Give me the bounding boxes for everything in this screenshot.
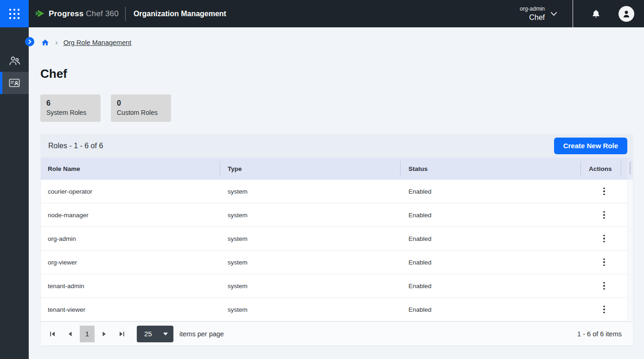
table-title: Roles - 1 - 6 of 6 (48, 142, 103, 150)
org-switcher[interactable]: org-admin Chef (520, 5, 557, 23)
sidebar-expand-button[interactable] (25, 37, 34, 46)
role-type-cell: system (220, 274, 401, 297)
sidebar-item-users[interactable] (0, 50, 29, 72)
users-icon (8, 55, 21, 66)
role-status-cell: Enabled (401, 251, 581, 274)
kebab-icon (603, 282, 605, 284)
app-root: { "header": { "brand_primary": "Progress… (0, 0, 644, 359)
custom-roles-label: Custom Roles (117, 108, 165, 117)
home-icon[interactable] (41, 38, 50, 47)
previous-page-button[interactable] (64, 328, 76, 340)
next-page-button[interactable] (99, 328, 110, 340)
first-page-button[interactable] (47, 328, 58, 340)
role-name-cell: org-viewer (41, 251, 220, 274)
last-page-button[interactable] (116, 328, 128, 340)
topbar-divider (125, 7, 126, 21)
breadcrumb-link[interactable]: Org Role Management (64, 39, 132, 46)
table-row: courier-operator system Enabled (41, 180, 627, 203)
table-row: node-manager system Enabled (41, 203, 627, 227)
role-name-cell: tenant-viewer (41, 298, 220, 321)
role-type-cell: system (220, 251, 401, 274)
row-actions-kebab-button[interactable] (598, 208, 611, 221)
role-name-cell: courier-operator (41, 180, 220, 203)
previous-page-icon (67, 331, 73, 337)
bell-icon (591, 8, 601, 19)
column-header-role-name: Role Name (41, 157, 220, 180)
brand-primary: Progress (49, 9, 83, 19)
row-actions-kebab-button[interactable] (598, 303, 611, 316)
items-per-page-label: items per page (179, 330, 224, 338)
role-name-cell: org-admin (41, 227, 220, 250)
main-content: › Org Role Management Chef 6 System Role… (29, 27, 644, 359)
top-bar: Progress Chef 360 Organization Managemen… (0, 0, 644, 27)
first-page-icon (49, 331, 56, 337)
progress-logo-icon (35, 8, 45, 19)
org-name-label: Chef (529, 13, 545, 23)
next-page-icon (101, 331, 108, 337)
system-roles-count: 6 (46, 99, 95, 108)
role-status-cell: Enabled (401, 227, 581, 250)
page-range-label: 1 - 6 of 6 items (577, 330, 622, 338)
role-status-cell: Enabled (401, 203, 581, 227)
column-header-actions: Actions (581, 157, 621, 180)
breadcrumb-separator-icon: › (55, 38, 58, 47)
table-title-bar: Roles - 1 - 6 of 6 Create New Role (41, 134, 633, 157)
table-body: courier-operator system Enabled node-man… (41, 180, 627, 321)
table-row: tenant-admin system Enabled (41, 274, 627, 298)
stats-row: 6 System Roles 0 Custom Roles (40, 94, 171, 122)
app-launcher-button[interactable] (0, 0, 29, 27)
waffle-icon (9, 9, 19, 19)
last-page-icon (119, 331, 125, 337)
chevron-down-icon (550, 12, 557, 16)
page-number-button[interactable]: 1 (80, 326, 95, 342)
row-actions-kebab-button[interactable] (598, 232, 611, 245)
custom-roles-count: 0 (117, 99, 165, 108)
custom-roles-card: 0 Custom Roles (111, 94, 171, 122)
scrollbar-thumb[interactable] (629, 162, 631, 175)
role-type-cell: system (220, 180, 401, 203)
roles-table-card: Roles - 1 - 6 of 6 Create New Role Role … (41, 134, 633, 346)
app-title: Organization Management (134, 10, 226, 18)
table-row: org-viewer system Enabled (41, 251, 627, 274)
kebab-icon (603, 306, 605, 308)
role-badge-icon (8, 77, 20, 88)
row-actions-kebab-button[interactable] (598, 279, 611, 292)
brand-secondary: Chef 360 (86, 9, 119, 19)
role-type-cell: system (220, 227, 401, 250)
role-name-cell: tenant-admin (41, 274, 220, 297)
table-scrollbar[interactable] (627, 157, 633, 321)
row-actions-kebab-button[interactable] (598, 185, 611, 198)
kebab-icon (603, 211, 605, 213)
chevron-right-icon (28, 39, 32, 44)
kebab-icon (603, 235, 605, 237)
column-header-status: Status (401, 157, 581, 180)
row-actions-kebab-button[interactable] (598, 256, 611, 269)
role-status-cell: Enabled (401, 298, 581, 321)
table-header-row: Role Name Type Status Actions (41, 157, 627, 180)
system-roles-card: 6 System Roles (40, 94, 101, 122)
role-type-cell: system (220, 203, 401, 227)
breadcrumb: › Org Role Management (41, 38, 131, 47)
role-type-cell: system (220, 298, 401, 321)
page-size-dropdown[interactable]: 25 (137, 326, 173, 342)
user-avatar-icon (622, 9, 631, 19)
notifications-button[interactable] (590, 8, 601, 19)
role-status-cell: Enabled (401, 180, 581, 203)
table-row: org-admin system Enabled (41, 227, 627, 251)
dropdown-caret-icon (163, 333, 168, 335)
column-header-type: Type (220, 157, 401, 180)
role-name-cell: node-manager (41, 203, 220, 227)
create-new-role-button[interactable]: Create New Role (554, 138, 627, 154)
role-status-cell: Enabled (401, 274, 581, 297)
table-row: tenant-viewer system Enabled (41, 298, 627, 321)
sidebar (0, 27, 29, 359)
sidebar-item-roles[interactable] (0, 72, 29, 94)
brand-logo: Progress Chef 360 (35, 8, 119, 19)
kebab-icon (603, 258, 605, 260)
pagination-bar: 1 25 items per page 1 - 6 of 6 items (41, 321, 633, 346)
system-roles-label: System Roles (46, 108, 95, 117)
topbar-divider-2 (573, 0, 573, 27)
page-size-value: 25 (144, 330, 163, 338)
user-role-label: org-admin (520, 5, 545, 13)
user-avatar-button[interactable] (618, 6, 634, 22)
